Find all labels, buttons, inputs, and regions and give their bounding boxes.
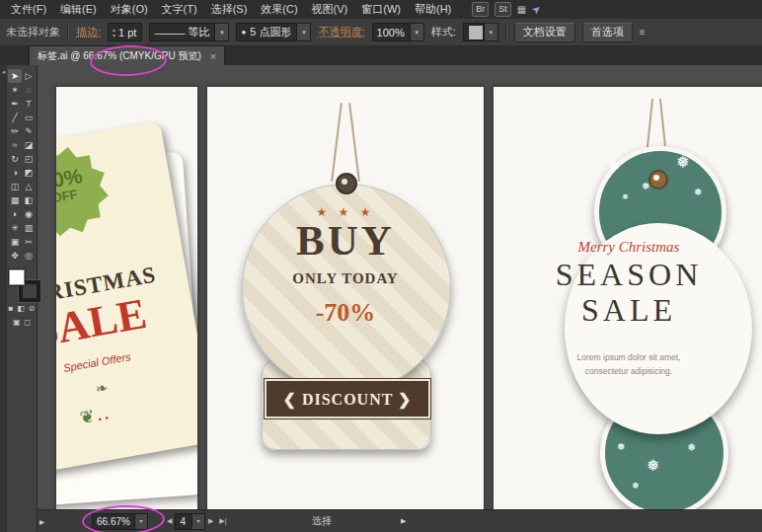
column-graph-tool-icon[interactable]: ▥ [22,221,36,235]
middle-tag-title: BUY [207,216,484,265]
document-tab-title: 标签.ai @ 66.67% (CMYK/GPU 预览) [38,49,201,63]
stock-button[interactable]: St [495,2,511,17]
eyedropper-tool-icon[interactable]: ◗ [8,207,22,221]
menu-view[interactable]: 视图(V) [305,2,355,17]
brush-dropdown[interactable]: ● 5 点圆形 ▾ [236,23,311,41]
next-artboard-icon[interactable]: ▶ [205,517,216,525]
panel-collapse-strip[interactable]: ◂ [0,65,7,532]
opacity-value: 100% [377,27,410,38]
menu-effect[interactable]: 效果(C) [254,2,304,17]
control-panel-menu-icon[interactable]: ≡ [640,27,646,38]
eraser-tool-icon[interactable]: ◪ [22,138,36,152]
paintbrush-tool-icon[interactable]: ✏ [8,124,22,138]
zoom-tool-icon[interactable]: ◎ [22,249,36,263]
type-tool-icon[interactable]: T [22,97,36,111]
menubar-extras: Br St ▦ ➤ [472,2,541,17]
snowflake-icon: ❅ [694,188,702,197]
artboard-number[interactable]: 4 [180,516,191,527]
artboard-tool-icon[interactable]: ▣ [8,235,22,249]
blend-tool-icon[interactable]: ◉ [22,207,36,221]
brush-dot-icon: ● [241,28,246,37]
hand-tool-icon[interactable]: ✥ [8,249,22,263]
rotate-tool-icon[interactable]: ↻ [8,152,22,166]
collapse-arrow-icon[interactable]: ◂ [2,68,6,75]
right-tag-script: Merry Christmas [494,239,762,256]
direct-selection-tool-icon[interactable]: ▷ [22,69,36,83]
artboard-3[interactable]: ❅ ❅ ❅ ❅ ❅ ❅ ❅ ❅ ❅ Merry Christmas SEASON… [494,87,762,509]
slice-tool-icon[interactable]: ✂ [22,235,36,249]
workspace-switcher-icon[interactable]: ▦ [517,4,526,15]
last-artboard-icon[interactable]: ▶| [216,517,229,525]
bridge-button[interactable]: Br [472,2,489,17]
menu-type[interactable]: 文字(T) [155,2,204,17]
gradient-tool-icon[interactable]: ◧ [22,193,36,207]
free-transform-tool-icon[interactable]: ◩ [22,166,36,180]
chevron-down-icon[interactable]: ▾ [134,514,147,529]
symbol-sprayer-tool-icon[interactable]: ✳ [8,221,22,235]
shaper-tool-icon[interactable]: ≈ [8,138,22,152]
artboard-2[interactable]: ★ ★ ★ BUY ONLY TODAY -70% ❮ DISCOUNT ❯ [207,87,484,509]
artboard-nav-field[interactable]: 4 ▾ [175,513,205,530]
pencil-tool-icon[interactable]: ✎ [22,124,36,138]
share-rocket-icon[interactable]: ➤ [529,2,544,18]
chevron-down-icon[interactable]: ▾ [296,24,310,40]
chevron-down-icon[interactable]: ▾ [484,24,497,40]
draw-normal-icon[interactable]: ▣ [13,318,21,327]
grommet-eyelet [648,170,668,190]
none-fill-icon[interactable]: ⊘ [29,304,36,313]
status-flyout-icon[interactable]: ▶ [401,510,406,532]
divider [505,24,507,41]
stroke-weight-value[interactable]: 1 pt [118,27,141,38]
rectangle-tool-icon[interactable]: ▭ [22,111,36,124]
menu-select[interactable]: 选择(S) [204,2,255,17]
middle-tag-subtitle: ONLY TODAY [207,270,484,287]
status-bar: ▸ 66.67% ▾ ◀ 4 ▾ ▶ ▶| 选择 ▶ [38,509,762,532]
snowflake-icon: ❅ [622,193,629,201]
width-profile-dropdown[interactable]: ——— 等比 ▾ [149,23,229,41]
chevron-down-icon[interactable]: ▾ [410,24,423,40]
mesh-tool-icon[interactable]: ▦ [8,193,22,207]
pen-tool-icon[interactable]: ✒ [8,97,22,111]
chevron-down-icon[interactable]: ▾ [191,514,204,529]
stroke-weight-stepper[interactable]: ▴▾ 1 pt [108,23,142,41]
scale-tool-icon[interactable]: ◰ [22,152,36,166]
shape-builder-tool-icon[interactable]: ◫ [8,180,22,193]
stepper-arrows-icon[interactable]: ▴▾ [113,27,115,38]
color-fill-icon[interactable]: ■ [8,304,13,313]
right-tag-subtitle: SALE [494,292,762,329]
opacity-dropdown[interactable]: 100% ▾ [372,23,424,41]
width-tool-icon[interactable]: ◑ [8,166,22,180]
stroke-link[interactable]: 描边: [76,25,101,39]
line-segment-tool-icon[interactable]: ╱ [8,111,22,124]
artboard-1[interactable]: 50% OFF CHRISTMAS SALE Special Offers ❧ … [56,87,197,509]
document-tab[interactable]: 标签.ai @ 66.67% (CMYK/GPU 预览) × [29,45,225,65]
menu-window[interactable]: 窗口(W) [354,2,408,17]
perspective-grid-tool-icon[interactable]: △ [22,180,36,193]
style-dropdown[interactable]: ▾ [463,23,498,41]
canvas[interactable]: 50% OFF CHRISTMAS SALE Special Offers ❧ … [38,65,762,509]
menu-object[interactable]: 对象(O) [104,2,155,17]
menu-edit[interactable]: 编辑(E) [53,2,104,17]
menu-file[interactable]: 文件(F) [4,2,53,17]
opacity-link[interactable]: 不透明度: [318,25,364,39]
prev-artboard-icon[interactable]: ◀ [164,517,175,525]
close-icon[interactable]: × [210,51,216,61]
document-setup-button[interactable]: 文档设置 [514,23,575,42]
menu-help[interactable]: 帮助(H) [408,2,458,17]
magic-wand-tool-icon[interactable]: ✶ [8,83,22,97]
discount-banner[interactable]: ❮ DISCOUNT ❯ [265,379,430,418]
chevron-down-icon[interactable]: ▾ [214,24,228,40]
selection-tool-icon[interactable]: ➤ [8,69,22,83]
fill-color-swatch[interactable] [9,269,25,285]
snowflake-icon: ❅ [617,442,625,452]
preferences-button[interactable]: 首选项 [582,23,633,42]
lasso-tool-icon[interactable]: ◌ [22,83,36,97]
screen-mode-icon[interactable]: ◻ [24,318,31,327]
snowflake-icon: ❅ [647,458,659,474]
zoom-value[interactable]: 66.67% [97,516,134,527]
expand-arrow-icon[interactable]: ▸ [39,510,44,532]
zoom-field[interactable]: 66.67% ▾ [92,513,148,530]
gradient-fill-icon[interactable]: ◧ [17,304,25,313]
style-label: 样式: [431,25,456,39]
status-display[interactable]: 选择 [312,510,332,532]
